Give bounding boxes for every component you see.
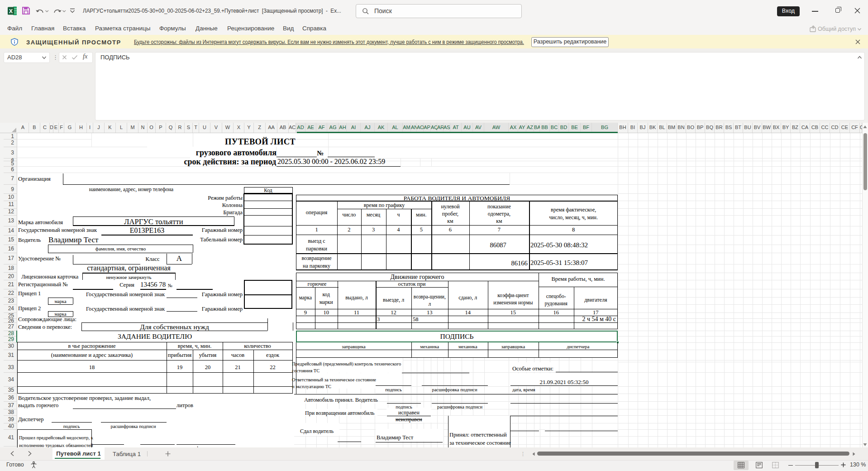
svg-text:X: X [9,8,13,14]
